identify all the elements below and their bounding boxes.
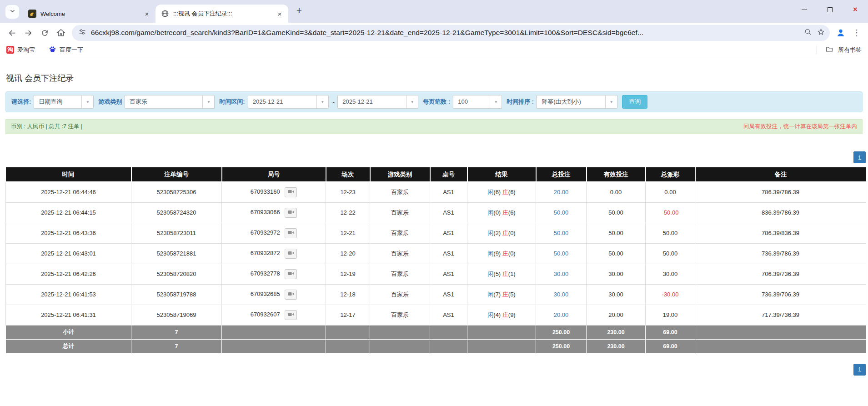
cell-time: 2025-12-21 06:43:01 [6,243,131,264]
banker-result: 庄 [502,311,508,318]
minimize-button[interactable] [792,0,817,19]
maximize-button[interactable] [817,0,843,19]
page-number-button[interactable]: 1 [853,364,866,376]
profile-avatar[interactable] [833,25,849,41]
date-start-select[interactable]: 2025-12-21 ▼ [248,95,329,109]
total-bet-link[interactable]: 50.00 [554,250,569,257]
cell-bet-id: 523058725306 [131,182,222,202]
total-bet-link[interactable]: 30.00 [554,291,569,298]
total-bet-link[interactable]: 30.00 [554,271,569,277]
cell-game-type: 百家乐 [370,284,430,305]
video-replay-button[interactable] [285,208,297,218]
url-bar[interactable]: 66cxkj98.com/game/betrecord_search/kind3… [72,25,830,41]
cell-time: 2025-12-21 06:41:53 [6,284,131,305]
column-header: 总派彩 [646,167,695,182]
globe-icon [161,10,169,18]
cell-valid-bet: 30.00 [587,284,646,305]
cell-payout: 50.00 [646,243,695,264]
cell-note: 786.39/836.39 [695,223,866,243]
cell-round-id: 670932778 [222,264,326,284]
cell-note: 836.39/786.39 [695,202,866,223]
browser-window: Welcome × :::视讯 会员下注纪录::: × + × [0,0,868,376]
cell-total-bet: 50.00 [536,202,587,223]
video-replay-button[interactable] [285,310,297,320]
cell-round-id: 670932872 [222,243,326,264]
cell-time: 2025-12-21 06:41:31 [6,305,131,325]
total-bet-link[interactable]: 20.00 [554,311,569,318]
cell-time: 2025-12-21 06:42:26 [6,264,131,284]
player-result: 闲 [487,271,493,277]
sort-select[interactable]: 降幂(由大到小) ▼ [537,95,617,109]
summary-cell: 250.00 [536,339,587,353]
select-arrow-icon: ▼ [406,95,418,108]
cell-game-type: 百家乐 [370,264,430,284]
bookmark-star-icon[interactable] [817,28,825,38]
table-row: 2025-12-21 06:41:53523058719788670932685… [6,284,866,305]
cell-total-bet: 30.00 [536,264,587,284]
summary-cell [222,325,326,339]
new-tab-button[interactable]: + [294,5,305,16]
tab-close-icon[interactable]: × [143,10,151,18]
tab-search-button[interactable] [5,5,19,19]
tab-close-icon[interactable]: × [276,10,284,18]
page-number-button[interactable]: 1 [853,151,866,163]
game-type-select[interactable]: 百家乐 ▼ [125,95,215,109]
subtotal-row: 小计7250.00230.0069.00 [6,325,866,339]
summary-cell [370,339,430,353]
cell-session: 12-21 [326,223,370,243]
select-arrow-icon: ▼ [605,95,617,108]
cell-payout: 30.00 [646,264,695,284]
back-button[interactable] [4,25,20,41]
total-bet-link[interactable]: 50.00 [554,209,569,216]
video-replay-button[interactable] [285,187,297,197]
tab-welcome[interactable]: Welcome × [23,5,156,23]
close-window-button[interactable]: × [843,0,868,19]
cell-result: 闲(7) 庄(5) [467,284,536,305]
cell-total-bet: 50.00 [536,223,587,243]
bookmark-baidu[interactable]: 百度一下 [49,45,83,55]
url-text[interactable]: 66cxkj98.com/game/betrecord_search/kind3… [91,29,799,37]
reload-button[interactable] [36,25,53,41]
bookmark-taobao[interactable]: 淘 爱淘宝 [6,46,35,54]
cell-time: 2025-12-21 06:44:46 [6,182,131,202]
cell-time: 2025-12-21 06:43:36 [6,223,131,243]
pagination-top: 1 [0,151,866,163]
cell-bet-id: 523058721881 [131,243,222,264]
browser-menu-icon[interactable]: ⋮ [849,28,864,38]
film-camera-icon [288,209,294,216]
cell-table-no: AS1 [430,264,467,284]
query-type-select[interactable]: 日期查询 ▼ [34,95,94,109]
film-camera-icon [288,291,294,298]
zoom-level-icon[interactable] [804,28,812,38]
cell-total-bet: 50.00 [536,243,587,264]
home-button[interactable] [53,25,69,41]
video-replay-button[interactable] [285,228,297,238]
table-header-row: 时间注单编号局号场次游戏类别桌号结果总投注有效投注总派彩备注 [6,167,866,182]
per-page-select[interactable]: 100 ▼ [453,95,502,109]
video-replay-button[interactable] [285,290,297,300]
forward-button[interactable] [20,25,36,41]
summary-cell: 7 [131,339,222,353]
player-result: 闲 [487,311,493,318]
cell-bet-id: 523058719069 [131,305,222,325]
search-button[interactable]: 查询 [622,95,647,109]
site-info-icon[interactable] [78,28,86,38]
total-bet-link[interactable]: 50.00 [554,230,569,236]
cell-valid-bet: 30.00 [587,264,646,284]
total-bet-link[interactable]: 20.00 [554,189,569,195]
cell-table-no: AS1 [430,223,467,243]
tab-betrecord[interactable]: :::视讯 会员下注纪录::: × [156,5,288,23]
summary-cell [370,325,430,339]
banker-result: 庄 [502,291,508,298]
all-bookmarks-button[interactable]: 所有书签 [838,46,862,54]
summary-cell [467,339,536,353]
welcome-tab-favicon [28,10,36,18]
summary-cell [326,339,370,353]
cell-payout: 19.00 [646,305,695,325]
cell-note: 706.39/736.39 [695,264,866,284]
range-separator: ~ [331,99,335,105]
date-end-select[interactable]: 2025-12-21 ▼ [337,95,418,109]
video-replay-button[interactable] [285,269,297,279]
video-replay-button[interactable] [285,249,297,259]
cell-note: 717.39/736.39 [695,305,866,325]
